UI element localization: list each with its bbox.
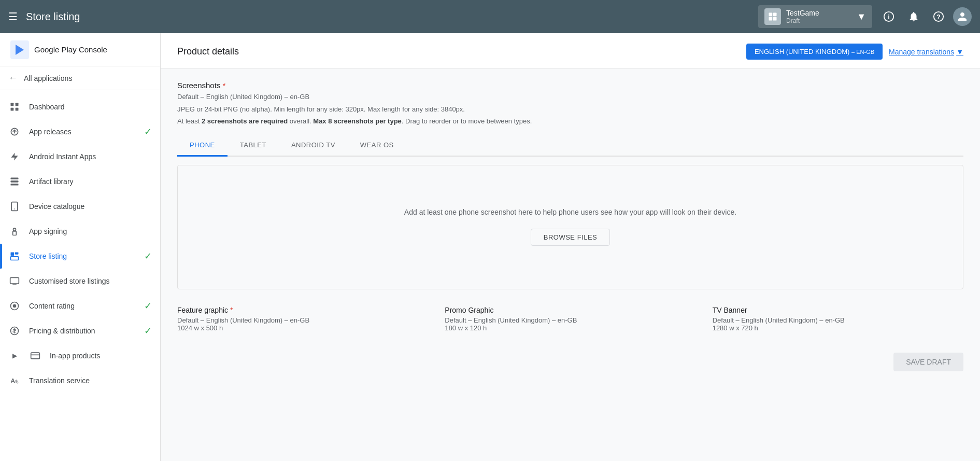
customised-listings-icon <box>8 275 21 287</box>
sidebar-item-android-instant[interactable]: Android Instant Apps <box>0 144 160 169</box>
svg-rect-18 <box>11 184 19 185</box>
sidebar-item-app-releases[interactable]: App releases ✓ <box>0 119 160 144</box>
header-icons: i ? <box>878 6 972 27</box>
sidebar-item-app-signing[interactable]: App signing <box>0 219 160 244</box>
back-to-all-apps[interactable]: ← All applications <box>0 66 160 90</box>
svg-rect-0 <box>769 13 773 17</box>
android-instant-label: Android Instant Apps <box>29 152 96 161</box>
svg-rect-11 <box>16 103 19 106</box>
svg-point-29 <box>13 304 17 308</box>
svg-rect-25 <box>11 257 19 260</box>
feature-graphic-required: * <box>230 306 233 314</box>
android-instant-icon <box>8 150 21 163</box>
in-app-products-icon <box>29 350 41 362</box>
device-catalogue-label: Device catalogue <box>29 202 84 211</box>
app-selector[interactable]: TestGame Draft ▼ <box>758 5 872 28</box>
svg-rect-12 <box>11 108 14 111</box>
tab-tablet[interactable]: TABLET <box>228 135 279 157</box>
save-draft-button[interactable]: SAVE DRAFT <box>893 353 963 371</box>
help-icon-btn[interactable]: ? <box>928 6 949 27</box>
svg-rect-13 <box>16 108 19 111</box>
sidebar-item-artifact-library[interactable]: Artifact library <box>0 169 160 194</box>
language-button[interactable]: ENGLISH (UNITED KINGDOM) – EN-GB <box>746 44 883 60</box>
promo-graphic-desc: Default – English (United Kingdom) – en-… <box>445 316 695 324</box>
svg-rect-17 <box>11 180 19 182</box>
app-header: ☰ Store listing TestGame Draft ▼ i ? <box>0 0 980 33</box>
store-listing-label: Store listing <box>29 252 67 260</box>
tab-wear-os[interactable]: WEAR OS <box>348 135 406 157</box>
tv-banner-item: TV Banner Default – English (United King… <box>713 306 963 332</box>
product-details-actions: ENGLISH (UNITED KINGDOM) – EN-GB Manage … <box>746 44 963 60</box>
app-status: Draft <box>786 17 853 24</box>
sidebar-item-store-listing[interactable]: Store listing ✓ <box>0 244 160 269</box>
browse-files-button[interactable]: BROWSE FILES <box>531 229 610 246</box>
sidebar-item-customised-listings[interactable]: Customised store listings <box>0 269 160 294</box>
menu-icon[interactable]: ☰ <box>8 10 18 23</box>
device-tabs: PHONE TABLET ANDROID TV WEAR OS <box>177 135 963 157</box>
sidebar-item-dashboard[interactable]: Dashboard <box>0 94 160 119</box>
upload-area: Add at least one phone screenshot here t… <box>177 165 963 289</box>
svg-rect-1 <box>773 13 777 17</box>
store-listing-icon <box>8 250 21 262</box>
svg-rect-22 <box>13 231 17 235</box>
content-body: Screenshots * Default – English (United … <box>161 68 980 344</box>
sidebar-logo-text: Google Play Console <box>34 45 107 54</box>
sidebar-item-content-rating[interactable]: Content rating ✓ <box>0 294 160 318</box>
svg-text:i: i <box>888 13 890 21</box>
app-releases-label: App releases <box>29 128 72 136</box>
svg-rect-3 <box>773 17 777 21</box>
screenshots-section: Screenshots * Default – English (United … <box>177 81 963 289</box>
manage-trans-chevron-icon: ▼ <box>956 48 963 56</box>
sidebar-item-translation[interactable]: Aあ Translation service <box>0 368 160 393</box>
product-details-header: Product details ENGLISH (UNITED KINGDOM)… <box>161 33 980 68</box>
upload-text: Add at least one phone screenshot here t… <box>404 208 736 216</box>
sidebar-item-pricing[interactable]: Pricing & distribution ✓ <box>0 318 160 343</box>
svg-rect-19 <box>11 202 18 211</box>
promo-graphic-label: Promo Graphic <box>445 306 695 314</box>
manage-translations-button[interactable]: Manage translations ▼ <box>889 48 963 56</box>
svg-rect-2 <box>769 17 773 21</box>
svg-rect-31 <box>31 353 40 359</box>
svg-rect-10 <box>11 103 14 106</box>
tab-android-tv[interactable]: ANDROID TV <box>279 135 348 157</box>
graphic-section: Feature graphic * Default – English (Uni… <box>177 306 963 332</box>
svg-rect-23 <box>11 253 15 256</box>
info-icon-btn[interactable]: i <box>878 6 899 27</box>
dashboard-icon <box>8 101 21 113</box>
back-label: All applications <box>24 74 72 82</box>
feature-graphic-size: 1024 w x 500 h <box>177 324 428 332</box>
avatar[interactable] <box>953 7 972 26</box>
product-details-title: Product details <box>177 46 239 57</box>
screenshots-desc-line1: Default – English (United Kingdom) – en-… <box>177 92 963 102</box>
google-play-logo-icon <box>10 40 29 59</box>
app-signing-label: App signing <box>29 227 67 235</box>
pricing-check-icon: ✓ <box>144 325 152 337</box>
required-star: * <box>222 81 225 90</box>
svg-text:?: ? <box>936 13 941 21</box>
artifact-library-icon <box>8 175 21 188</box>
store-listing-check-icon: ✓ <box>144 250 152 262</box>
chevron-down-icon: ▼ <box>857 11 866 22</box>
save-draft-area: SAVE DRAFT <box>161 344 980 380</box>
translation-icon: Aあ <box>8 374 21 387</box>
content-rating-label: Content rating <box>29 302 75 310</box>
dashboard-label: Dashboard <box>29 103 65 111</box>
sidebar-item-in-app-products[interactable]: ▶ In-app products <box>0 343 160 368</box>
sidebar: Google Play Console ← All applications D… <box>0 33 161 461</box>
tv-banner-desc: Default – English (United Kingdom) – en-… <box>713 316 963 324</box>
notification-icon-btn[interactable] <box>903 6 924 27</box>
pricing-label: Pricing & distribution <box>29 327 95 335</box>
screenshots-desc-line2: JPEG or 24-bit PNG (no alpha). Min lengt… <box>177 104 963 115</box>
main-content: Product details ENGLISH (UNITED KINGDOM)… <box>161 33 980 461</box>
pricing-icon <box>8 325 21 337</box>
sidebar-logo: Google Play Console <box>0 33 160 66</box>
back-arrow-icon: ← <box>8 73 18 83</box>
in-app-products-label: In-app products <box>50 352 100 360</box>
sidebar-item-device-catalogue[interactable]: Device catalogue <box>0 194 160 219</box>
svg-point-21 <box>13 228 16 231</box>
tab-phone[interactable]: PHONE <box>177 135 228 157</box>
svg-rect-16 <box>11 178 19 179</box>
app-info: TestGame Draft <box>786 9 853 24</box>
app-releases-check-icon: ✓ <box>144 126 152 137</box>
svg-marker-15 <box>11 153 18 161</box>
